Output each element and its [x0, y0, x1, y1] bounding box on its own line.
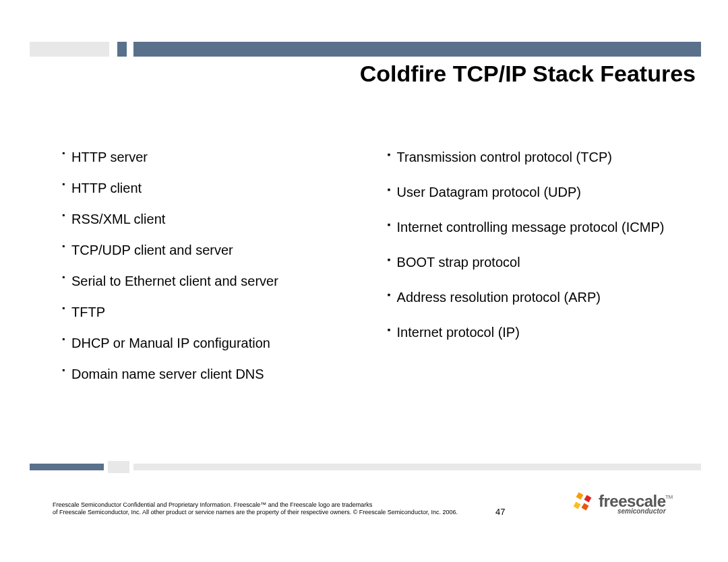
- list-item: Internet controlling message protocol (I…: [388, 218, 688, 236]
- list-item: DHCP or Manual IP configuration: [62, 334, 362, 352]
- slide-title: Coldfire TCP/IP Stack Features: [360, 61, 696, 87]
- svg-rect-3: [582, 503, 589, 511]
- svg-rect-2: [574, 502, 581, 509]
- list-item: Domain name server client DNS: [62, 365, 362, 383]
- svg-rect-1: [584, 495, 592, 503]
- logo-brand-name: freescale TM: [599, 493, 666, 509]
- list-item: Transmission control protocol (TCP): [388, 148, 688, 166]
- list-item: Internet protocol (IP): [388, 323, 688, 341]
- list-item: TFTP: [62, 303, 362, 321]
- svg-rect-0: [576, 493, 584, 500]
- bottom-bar-tab: [30, 464, 104, 470]
- list-item: TCP/UDP client and server: [62, 241, 362, 259]
- right-bullet-list: Transmission control protocol (TCP) User…: [388, 148, 688, 341]
- top-bar: [30, 42, 701, 57]
- freescale-logo-icon: [572, 492, 596, 516]
- freescale-logo: freescale TM semiconductor: [572, 489, 693, 519]
- left-bullet-list: HTTP server HTTP client RSS/XML client T…: [62, 148, 362, 383]
- bottom-bar-sep: [108, 461, 129, 473]
- freescale-logo-text: freescale TM semiconductor: [599, 493, 666, 515]
- footer-line-1: Freescale Semiconductor Confidential and…: [53, 501, 372, 508]
- list-item: HTTP client: [62, 179, 362, 197]
- right-column: Transmission control protocol (TCP) User…: [388, 148, 688, 396]
- trademark-symbol: TM: [665, 495, 673, 500]
- top-bar-main: [133, 42, 701, 57]
- list-item: Address resolution protocol (ARP): [388, 288, 688, 306]
- footer-line-2: of Freescale Semiconductor, Inc. All oth…: [53, 509, 458, 516]
- bottom-bar-main: [133, 464, 701, 470]
- list-item: HTTP server: [62, 148, 362, 166]
- list-item: RSS/XML client: [62, 210, 362, 228]
- list-item: User Datagram protocol (UDP): [388, 183, 688, 201]
- list-item: Serial to Ethernet client and server: [62, 272, 362, 290]
- list-item: BOOT strap protocol: [388, 253, 688, 271]
- left-column: HTTP server HTTP client RSS/XML client T…: [62, 148, 362, 396]
- page-number: 47: [495, 507, 505, 517]
- bottom-bar: [30, 461, 701, 470]
- footer-legal: Freescale Semiconductor Confidential and…: [53, 501, 484, 516]
- top-bar-sep: [117, 42, 127, 57]
- content-columns: HTTP server HTTP client RSS/XML client T…: [62, 148, 688, 396]
- top-bar-tab: [30, 42, 109, 57]
